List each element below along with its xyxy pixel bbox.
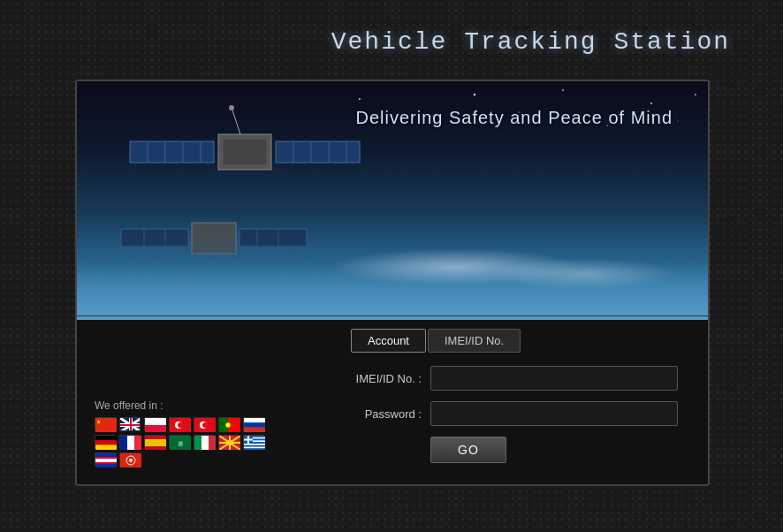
svg-point-74 [227,440,232,445]
svg-point-2 [474,94,475,95]
svg-rect-52 [244,422,265,427]
language-area: We offered in : [95,399,315,467]
svg-rect-61 [145,439,166,446]
flag-polish[interactable] [144,417,165,431]
svg-rect-54 [95,436,117,440]
svg-rect-87 [244,439,253,441]
flag-chinese[interactable] [95,417,116,431]
svg-rect-17 [276,141,360,163]
svg-rect-51 [244,418,265,422]
svg-point-8 [695,94,696,95]
cloud-layer [77,232,708,302]
main-panel: Delivering Safety and Peace of Mind Acco… [75,80,710,486]
svg-point-50 [225,422,231,428]
svg-rect-59 [134,436,141,450]
login-tabs: Account IMEI/ID No. [351,329,678,353]
flag-khmer[interactable] [95,452,116,467]
password-input[interactable] [430,401,678,426]
flag-greek[interactable] [243,435,264,449]
imei-row: IMEI/ID No. : [351,366,678,391]
svg-rect-81 [244,444,265,445]
flag-portuguese[interactable] [218,417,239,431]
svg-rect-82 [244,445,265,447]
tab-account[interactable]: Account [351,329,426,353]
svg-point-47 [202,422,208,428]
svg-rect-90 [95,459,117,462]
hero-image: Delivering Safety and Peace of Mind [77,81,708,320]
flags-container: ‎﷽ [95,417,271,467]
password-row: Password : [351,401,678,426]
svg-rect-62 [145,446,166,450]
imei-label: IMEI/ID No. : [351,372,430,385]
svg-rect-58 [127,436,134,450]
flag-russian[interactable] [243,417,264,431]
go-button[interactable]: GO [430,437,506,463]
flag-turkish2[interactable] [194,417,215,431]
svg-point-6 [650,103,652,104]
svg-point-23 [229,105,234,110]
svg-rect-57 [120,436,127,450]
svg-rect-67 [209,436,216,450]
svg-rect-65 [194,436,201,450]
svg-rect-84 [244,448,265,450]
password-label: Password : [351,407,430,421]
flag-german[interactable] [95,435,116,449]
svg-rect-55 [95,440,117,445]
flag-english[interactable] [119,417,141,431]
hero-tagline: Delivering Safety and Peace of Mind [355,108,673,128]
flag-turkish[interactable] [169,417,190,431]
flag-italian[interactable] [194,435,215,449]
svg-point-4 [562,89,564,91]
svg-point-93 [129,459,133,462]
svg-rect-56 [95,445,117,450]
svg-rect-12 [130,141,214,163]
flag-french[interactable] [119,435,141,449]
flag-spanish[interactable] [144,435,165,449]
flag-hongkong[interactable] [119,452,141,467]
page-title: Vehicle Tracking Station [331,28,730,56]
svg-rect-11 [223,139,267,165]
flag-macedonian[interactable] [218,435,239,449]
svg-rect-83 [244,447,265,449]
svg-rect-40 [145,418,166,425]
imei-input[interactable] [430,366,678,391]
tab-imei[interactable]: IMEI/ID No. [428,329,521,353]
svg-text:‎﷽: ‎﷽ [179,441,183,446]
login-area: Account IMEI/ID No. IMEI/ID No. : Passwo… [338,315,691,476]
svg-point-7 [677,120,678,121]
svg-rect-41 [145,425,166,432]
language-label: We offered in : [95,399,315,412]
svg-rect-66 [201,436,209,450]
flag-arabic[interactable]: ‎﷽ [169,435,190,449]
svg-rect-53 [244,428,265,432]
svg-point-44 [178,422,183,428]
svg-line-22 [232,108,240,134]
svg-rect-60 [145,436,166,439]
